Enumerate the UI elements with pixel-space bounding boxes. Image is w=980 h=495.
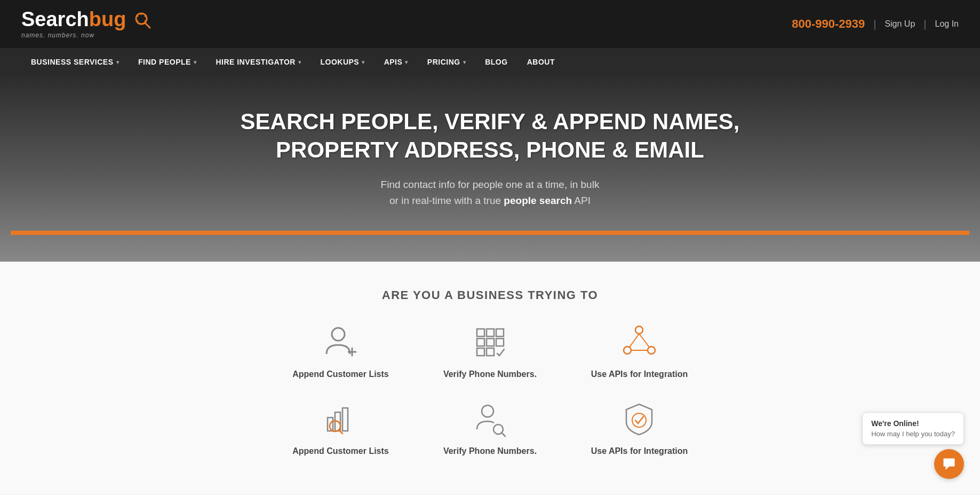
logo-text-white: Search	[21, 8, 89, 30]
person-plus-icon	[322, 324, 360, 361]
hero-subtext: Find contact info for people one at a ti…	[11, 177, 969, 209]
cards-row-2: Append Customer Lists Verify Phone Numbe…	[21, 400, 959, 456]
chat-bubble: We're Online! How may I help you today?	[862, 412, 964, 445]
chart-search-icon	[322, 400, 360, 438]
chevron-down-icon: ▾	[405, 59, 408, 65]
chevron-down-icon: ▾	[194, 59, 197, 65]
business-section: ARE YOU A BUSINESS TRYING TO Append Cust…	[0, 262, 980, 493]
chat-help-text: How may I help you today?	[871, 430, 955, 438]
svg-rect-17	[487, 348, 494, 356]
svg-rect-14	[487, 339, 494, 346]
cards-row-1: Append Customer Lists Ver	[21, 324, 959, 379]
svg-point-20	[648, 347, 655, 354]
chat-icon	[942, 457, 957, 472]
nav-pricing[interactable]: PRICING ▾	[418, 48, 475, 76]
person-search-icon	[472, 400, 509, 438]
hero-headline: SEARCH PEOPLE, VERIFY & APPEND NAMES, PR…	[11, 108, 969, 164]
svg-rect-11	[487, 329, 494, 336]
nav-find-people[interactable]: FIND PEOPLE ▾	[129, 48, 206, 76]
logo-tagline: names. numbers. now	[21, 32, 152, 39]
svg-rect-26	[342, 408, 348, 431]
card-verify-phone[interactable]: Verify Phone Numbers.	[437, 324, 544, 379]
top-bar: Searchbug names. numbers. now 800-990-29…	[0, 0, 980, 48]
top-right-links: 800-990-2939 | Sign Up | Log In	[792, 17, 959, 31]
nav-apis[interactable]: APIs ▾	[375, 48, 418, 76]
svg-rect-12	[496, 329, 504, 336]
chevron-down-icon: ▾	[463, 59, 466, 65]
chevron-down-icon: ▾	[116, 59, 119, 65]
svg-point-29	[482, 405, 493, 417]
card-append-customer[interactable]: Append Customer Lists	[288, 324, 394, 379]
shield-check-icon	[621, 400, 658, 438]
card-label: Append Customer Lists	[292, 370, 388, 379]
nav-lookups[interactable]: LOOKUPS ▾	[310, 48, 374, 76]
card-person-search[interactable]: Verify Phone Numbers.	[437, 400, 544, 456]
logo-icon	[133, 11, 152, 30]
card-shield-check[interactable]: Use APIs for Integration	[586, 400, 693, 456]
svg-line-21	[630, 334, 639, 347]
phone-number[interactable]: 800-990-2939	[792, 17, 865, 31]
svg-line-5	[137, 21, 138, 21]
card-chart-search[interactable]: Append Customer Lists	[288, 400, 394, 456]
svg-line-6	[145, 21, 146, 21]
svg-rect-10	[477, 329, 484, 336]
chat-open-button[interactable]	[934, 449, 964, 479]
svg-line-22	[639, 334, 649, 347]
svg-rect-16	[477, 348, 484, 356]
log-in-link[interactable]: Log In	[935, 19, 959, 29]
chevron-down-icon: ▾	[298, 59, 301, 65]
card-label: Use APIs for Integration	[591, 446, 688, 456]
orange-divider-bar	[11, 231, 969, 235]
grid-check-icon	[472, 324, 509, 361]
nav-blog[interactable]: BLOG	[475, 48, 517, 76]
chat-online-label: We're Online!	[871, 419, 955, 428]
nav-about[interactable]: ABOUT	[517, 48, 564, 76]
card-api-integration[interactable]: Use APIs for Integration	[586, 324, 693, 379]
sign-up-link[interactable]: Sign Up	[885, 19, 915, 29]
hero-section: SEARCH PEOPLE, VERIFY & APPEND NAMES, PR…	[0, 76, 980, 262]
logo[interactable]: Searchbug names. numbers. now	[21, 9, 152, 39]
svg-point-7	[332, 328, 345, 341]
nav-bar: BUSINESS SERVICES ▾ FIND PEOPLE ▾ HIRE I…	[0, 48, 980, 76]
svg-point-32	[632, 413, 646, 427]
card-label: Append Customer Lists	[292, 446, 388, 456]
logo-text-orange: bug	[89, 8, 126, 30]
svg-rect-15	[496, 339, 504, 346]
svg-point-18	[635, 326, 643, 334]
svg-rect-13	[477, 339, 484, 346]
card-label: Use APIs for Integration	[591, 370, 688, 379]
svg-point-19	[624, 347, 631, 354]
chat-widget: We're Online! How may I help you today?	[862, 412, 964, 479]
svg-line-1	[145, 23, 150, 28]
nav-hire-investigator[interactable]: HIRE INVESTIGATOR ▾	[206, 48, 310, 76]
nav-business-services[interactable]: BUSINESS SERVICES ▾	[21, 48, 129, 76]
section-title: ARE YOU A BUSINESS TRYING TO	[21, 288, 959, 302]
svg-line-31	[501, 433, 505, 436]
network-icon	[621, 324, 658, 361]
card-label: Verify Phone Numbers.	[443, 370, 537, 379]
chevron-down-icon: ▾	[362, 59, 365, 65]
card-label: Verify Phone Numbers.	[443, 446, 537, 456]
